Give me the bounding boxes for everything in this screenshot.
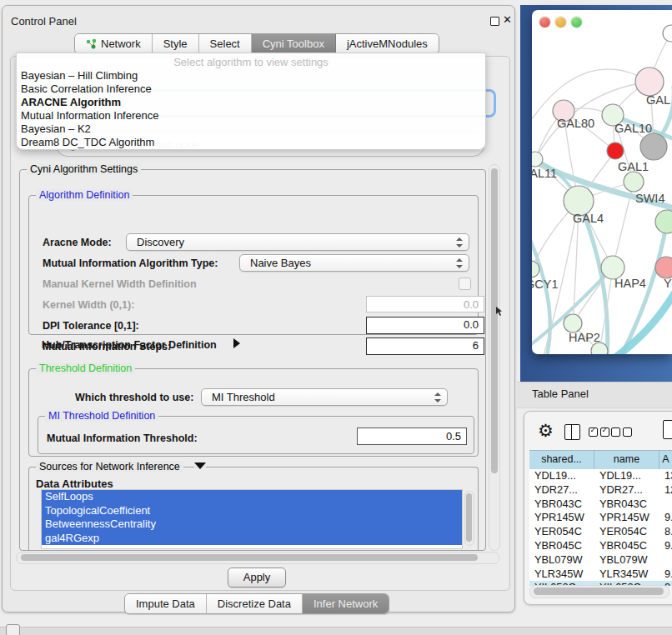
table-row[interactable]: YBL079WYBL079W (529, 553, 672, 568)
tab-select[interactable]: Select (199, 34, 252, 53)
mi-threshold-title: MI Threshold Definition (45, 410, 158, 422)
column-header[interactable]: A (659, 451, 672, 469)
float-window-icon[interactable] (490, 17, 499, 26)
tab-discretize-data[interactable]: Discretize Data (207, 594, 303, 613)
data-attributes-list[interactable]: SelfLoopsTopologicalCoefficientBetweenne… (41, 489, 463, 549)
bottom-strip (0, 627, 672, 635)
export-table-icon[interactable] (663, 420, 672, 439)
network-node[interactable] (655, 257, 672, 278)
network-edge[interactable] (612, 283, 672, 354)
table-cell: YBR043C (594, 498, 659, 512)
algorithm-option[interactable]: Mutual Information Inference (17, 109, 485, 122)
tab-cyni-toolbox[interactable]: Cyni Toolbox (252, 34, 336, 53)
node-label: GAL10 (614, 122, 652, 135)
settings-horizontal-scrollbar[interactable] (16, 552, 499, 564)
network-graph[interactable]: GALGAL80GAL10GAL11GAL1SWI4GAL4GCY1HAP4YH… (532, 10, 672, 354)
attribute-item[interactable]: TopologicalCoefficient (42, 504, 462, 518)
table-cell: YDL19... (529, 469, 594, 483)
kernel-width-field[interactable]: 0.0 (366, 296, 484, 312)
network-node[interactable] (591, 342, 608, 354)
node-label: HAP4 (614, 277, 646, 290)
gear-icon[interactable]: ⚙ (538, 421, 554, 441)
attribute-item[interactable]: BetweennessCentrality (42, 518, 462, 532)
algorithm-option[interactable]: ARACNE Algorithm (17, 96, 485, 109)
algorithm-option[interactable]: Dream8 DC_TDC Algorithm (17, 136, 485, 149)
mi-threshold-label: Mutual Information Threshold: (47, 432, 198, 444)
table-panel-window: ⚙ shared...nameA YDL19...YDL19...13YDR27… (524, 411, 672, 605)
table-body: YDL19...YDL19...13YDR27...YDR27...12YBR0… (529, 469, 672, 586)
control-panel-window: Control Panel ✕ NetworkStyleSelectCyni T… (2, 5, 515, 612)
clear-selection-icon[interactable] (611, 428, 632, 437)
algorithm-dropdown-placeholder: Select algorithm to view settings (17, 55, 485, 69)
tab-infer-network[interactable]: Infer Network (303, 594, 389, 613)
table-row[interactable]: YDL19...YDL19...13 (529, 469, 672, 483)
column-header[interactable]: shared... (529, 451, 594, 469)
which-threshold-label: Which threshold to use: (75, 392, 193, 403)
table-cell: YBR045C (529, 539, 594, 553)
kernel-width-label: Kernel Width (0,1): (43, 299, 134, 311)
table-cell: YBL079W (529, 553, 594, 568)
mi-steps-field[interactable]: 6 (366, 338, 484, 355)
manual-kernel-checkbox[interactable] (459, 278, 471, 290)
table-cell: YER054C (529, 525, 594, 539)
network-icon (86, 38, 97, 49)
node-label: SWI4 (635, 192, 664, 205)
network-node[interactable] (635, 68, 664, 96)
algorithm-dropdown-popup: Select algorithm to view settings Bayesi… (16, 52, 486, 150)
table-horizontal-scrollbar[interactable] (529, 585, 669, 598)
manual-kernel-label: Manual Kernel Width Definition (43, 278, 197, 290)
close-window-icon[interactable]: ✕ (503, 13, 512, 26)
cyni-settings-title: Cyni Algorithm Settings (27, 163, 141, 175)
algorithm-option[interactable]: Bayesian – Hill Climbing (17, 69, 485, 82)
select-all-icon[interactable] (589, 428, 609, 437)
dpi-tolerance-label: DPI Tolerance [0,1]: (43, 320, 139, 332)
apply-button[interactable]: Apply (228, 568, 286, 588)
network-node[interactable] (601, 256, 624, 279)
network-node[interactable] (532, 152, 543, 167)
algorithm-option[interactable]: Bayesian – K2 (17, 122, 485, 136)
table-header-row[interactable]: shared...nameA (529, 450, 672, 470)
network-node[interactable] (624, 172, 644, 192)
tab-style[interactable]: Style (153, 34, 199, 53)
settings-vertical-scrollbar[interactable] (489, 164, 500, 551)
algorithm-definition-group: Algorithm Definition Aracne Mode: Discov… (28, 195, 479, 335)
node-label: GAL80 (557, 117, 594, 130)
table-row[interactable]: YBR043CYBR043C (529, 498, 672, 512)
tab-network[interactable]: Network (75, 34, 153, 53)
mouse-cursor (496, 307, 504, 317)
attribute-item[interactable]: gal4RGexp (42, 532, 462, 546)
mi-threshold-field[interactable]: 0.5 (357, 428, 467, 445)
dpi-tolerance-field[interactable]: 0.0 (366, 317, 484, 334)
network-node[interactable] (607, 142, 624, 159)
mi-type-label: Mutual Information Algorithm Type: (43, 258, 218, 269)
tab-impute-data[interactable]: Impute Data (125, 594, 207, 613)
network-node[interactable] (663, 25, 672, 42)
bottom-tabbar: Impute DataDiscretize DataInfer Network (124, 593, 389, 614)
attribute-list-scrollbar[interactable] (464, 491, 474, 546)
table-row[interactable]: YER054CYER054C8. (529, 525, 672, 539)
table-cell: YLR345W (529, 568, 594, 582)
which-threshold-combo[interactable]: MI Threshold (201, 388, 448, 406)
table-row[interactable]: YLR345WYLR345W9. (529, 568, 672, 582)
minimized-panel-icon[interactable] (6, 624, 20, 635)
table-cell: YBL079W (594, 553, 659, 568)
network-node[interactable] (655, 210, 672, 233)
column-header[interactable]: name (594, 451, 659, 469)
algorithm-option[interactable]: Basic Correlation Inference (17, 82, 485, 96)
table-cell (659, 498, 672, 512)
stepper-icon (456, 258, 463, 268)
table-row[interactable]: YPR145WYPR145W9. (529, 511, 672, 525)
tab-jactivemnodules[interactable]: jActiveMNodules (336, 34, 439, 53)
columns-icon[interactable] (564, 424, 580, 440)
aracne-mode-combo[interactable]: Discovery (126, 233, 469, 251)
table-cell: YER054C (594, 525, 659, 539)
attribute-item[interactable]: SelfLoops (42, 490, 462, 504)
network-node[interactable] (640, 133, 667, 160)
collapse-arrow-icon[interactable] (194, 462, 206, 469)
table-cell: YLR345W (594, 568, 659, 582)
table-row[interactable]: YDR27...YDR27...12 (529, 483, 672, 498)
expand-arrow-icon[interactable] (233, 338, 240, 348)
mi-type-combo[interactable]: Naive Bayes (239, 254, 469, 272)
network-node[interactable] (564, 314, 582, 332)
table-row[interactable]: YBR045CYBR045C9. (529, 539, 672, 553)
